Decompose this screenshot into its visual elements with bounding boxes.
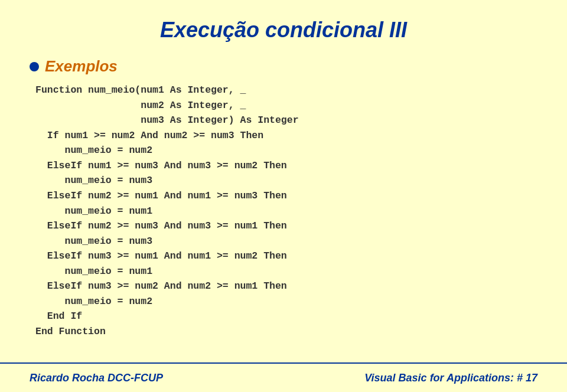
code-line: num2 As Integer, _: [35, 98, 537, 113]
code-line: ElseIf num3 >= num1 And num1 >= num2 The…: [35, 249, 537, 264]
slide-title: Execução condicional III: [30, 18, 537, 45]
bullet-dot: [30, 62, 39, 71]
code-line: num_meio = num2: [35, 143, 537, 158]
code-line: num_meio = num1: [35, 264, 537, 279]
code-line: num_meio = num3: [35, 234, 537, 249]
section-label: Exemplos: [30, 57, 537, 76]
code-line: Function num_meio(num1 As Integer, _: [35, 83, 537, 98]
code-line: ElseIf num2 >= num3 And num3 >= num1 The…: [35, 218, 537, 234]
code-line: num3 As Integer) As Integer: [35, 113, 537, 128]
section-label-text: Exemplos: [45, 57, 118, 76]
footer-right: Visual Basic for Applications: # 17: [364, 372, 537, 384]
slide-container: Execução condicional III Exemplos Functi…: [0, 0, 567, 392]
code-line: num_meio = num1: [35, 204, 537, 219]
footer: Ricardo Rocha DCC-FCUP Visual Basic for …: [0, 362, 567, 392]
footer-left: Ricardo Rocha DCC-FCUP: [30, 372, 163, 384]
code-line: num_meio = num3: [35, 173, 537, 188]
code-line: If num1 >= num2 And num2 >= num3 Then: [35, 128, 537, 143]
code-line: ElseIf num1 >= num3 And num3 >= num2 The…: [35, 158, 537, 174]
code-line: End If: [35, 309, 537, 324]
code-line: End Function: [35, 324, 537, 339]
code-line: ElseIf num2 >= num1 And num1 >= num3 The…: [35, 188, 537, 204]
code-line: num_meio = num2: [35, 294, 537, 309]
code-block: Function num_meio(num1 As Integer, _ num…: [35, 83, 537, 339]
code-line: ElseIf num3 >= num2 And num2 >= num1 The…: [35, 279, 537, 294]
